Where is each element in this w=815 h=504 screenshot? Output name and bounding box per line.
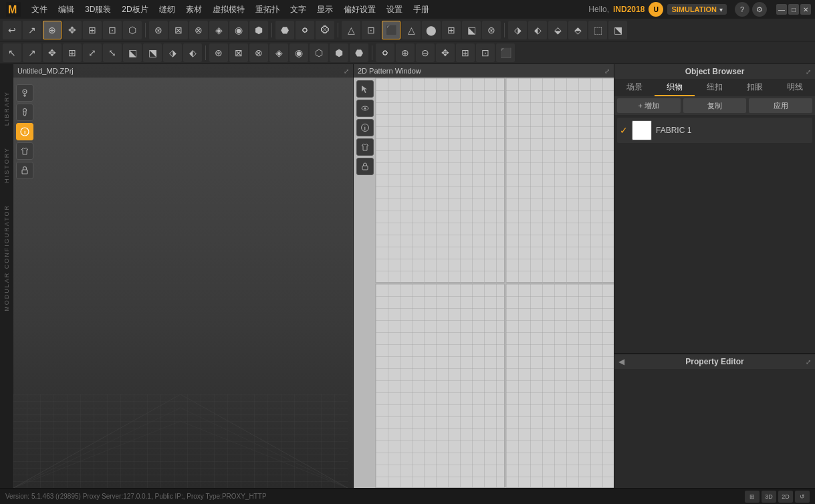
pattern-tool-cursor[interactable] [356,80,374,98]
pattern-cell-br[interactable] [505,283,614,489]
pattern-cell-tl[interactable] [375,78,505,283]
object-browser-expand-icon[interactable]: ⤢ [806,68,811,76]
move-tool[interactable]: ↗ [23,21,41,39]
history-tab[interactable]: HISTORY [3,147,10,183]
tab-scene[interactable]: 场景 [614,79,655,96]
user-avatar[interactable]: U [649,2,663,17]
viewport-garment-btn[interactable] [16,142,33,160]
menu-file[interactable]: 文件 [27,2,52,17]
2d-cut[interactable]: ⬚ [588,21,607,39]
property-editor-arrow-icon[interactable]: ◀ [618,357,624,366]
scale-tool[interactable]: ✥ [63,21,82,39]
t2-zoom-in[interactable]: ⊕ [396,43,415,62]
viewport-lock-btn[interactable] [16,162,33,179]
menu-3d-garment[interactable]: 3D服装 [80,2,116,17]
t2-mark[interactable]: ◈ [269,43,288,62]
help-button[interactable]: ? [735,2,749,17]
duplicate-fabric-button[interactable]: 复制 [683,98,747,113]
tab-fabric[interactable]: 织物 [655,79,695,96]
menu-settings[interactable]: 设置 [382,2,407,17]
t2-grainline[interactable]: ⬢ [330,43,348,62]
modular-configurator-tab[interactable]: MODULAR CONFIGURATOR [3,205,10,311]
fabric-item[interactable]: ✓ FABRIC 1 [617,118,812,143]
tab-button[interactable]: 纽扣 [695,79,735,96]
2d-move[interactable]: ⊡ [362,21,380,39]
fold-tool[interactable]: ⊛ [149,21,168,39]
t2-pan[interactable]: ✥ [436,43,455,62]
transform-tool[interactable]: ⊞ [83,21,102,39]
t2-flip[interactable]: ⬔ [143,43,162,62]
menu-preferences[interactable]: 偏好设置 [339,2,380,17]
t2-backdrop[interactable]: ⬛ [496,43,515,62]
t2-align[interactable]: ⬗ [163,43,182,62]
view-2d-button[interactable]: 2D [778,491,793,503]
viewport-3d-expand-icon[interactable]: ⤢ [344,68,349,75]
viewport-info-btn[interactable]: i [16,123,33,140]
2d-pin[interactable]: ⊛ [482,21,501,39]
shrink-tool[interactable]: ⬢ [249,21,268,39]
2d-seam[interactable]: ⊞ [442,21,461,39]
drape-tool[interactable]: ⬣ [275,21,294,39]
gather-tool[interactable]: ◈ [209,21,228,39]
tuck-tool[interactable]: ⊠ [169,21,188,39]
2d-merge[interactable]: ⬔ [608,21,627,39]
pattern-window-expand-icon[interactable]: ⤢ [604,68,610,75]
minimize-button[interactable]: — [776,4,787,15]
bend-tool[interactable]: ⊡ [103,21,122,39]
viewport-tool-2[interactable] [16,104,33,121]
2d-rotate[interactable]: ⬙ [548,21,567,39]
apply-fabric-button[interactable]: 应用 [749,98,812,113]
menu-material[interactable]: 素材 [181,2,207,17]
settings-button[interactable]: ⚙ [752,2,767,17]
t2-zoom-out[interactable]: ⊖ [416,43,435,62]
menu-edit[interactable]: 编辑 [53,2,79,17]
pattern-cell-bl[interactable] [375,283,505,489]
t2-transform[interactable]: ✥ [43,43,62,62]
library-tab[interactable]: LIBRARY [3,91,10,126]
t2-label[interactable]: ◉ [289,43,308,62]
pattern-tool-lock[interactable] [356,158,374,175]
2d-fold[interactable]: ⬗ [508,21,527,39]
menu-manual[interactable]: 手册 [409,2,434,17]
menu-display[interactable]: 显示 [312,2,338,17]
t2-curve[interactable]: ⤢ [83,43,102,62]
tab-buttonhole[interactable]: 扣眼 [735,79,775,96]
simulation-btn[interactable]: ⭘ [296,21,314,39]
t2-rotate[interactable]: ⤡ [103,43,122,62]
t2-orbit[interactable]: ⊞ [456,43,475,62]
2d-tuck[interactable]: ⬖ [528,21,547,39]
pattern-tool-eye[interactable] [356,100,374,117]
pattern-tool-info[interactable]: i [356,119,374,136]
restore-button[interactable]: □ [788,4,799,15]
t2-mirror[interactable]: ⬕ [123,43,142,62]
rotate-tool[interactable]: ⊕ [43,21,62,39]
viewport-3d[interactable]: Untitled_MD.ZPrj ⤢ i [13,64,354,488]
select-tool[interactable]: ↩ [3,21,21,39]
view-grid-button[interactable]: ⊞ [745,491,760,503]
pleat-tool[interactable]: ⊗ [189,21,208,39]
t2-frame[interactable]: ⊡ [476,43,495,62]
pattern-tool-garment[interactable] [356,138,374,156]
t2-remove-sew[interactable]: ⊗ [249,43,268,62]
2d-pen[interactable]: △ [402,21,421,39]
t2-edit-sew[interactable]: ⊠ [229,43,248,62]
t2-notch[interactable]: ⬡ [310,43,328,62]
menu-retopology[interactable]: 重拓扑 [251,2,284,17]
t2-select[interactable]: ↖ [3,43,21,62]
menu-2d-pattern[interactable]: 2D板片 [117,2,152,17]
t2-zoom-fit[interactable]: ⭘ [376,43,394,62]
2d-curve[interactable]: ⬤ [422,21,441,39]
sim-dropdown-icon[interactable]: ▾ [719,6,723,13]
2d-dart[interactable]: ⬕ [462,21,481,39]
stop-btn[interactable]: ⭙ [316,21,334,39]
close-button[interactable]: ✕ [800,4,811,15]
menu-text[interactable]: 文字 [285,2,311,17]
t2-resize[interactable]: ⊞ [63,43,82,62]
view-3d-button[interactable]: 3D [762,491,776,503]
tab-topstitch[interactable]: 明线 [775,79,815,96]
2d-flip[interactable]: ⬘ [568,21,587,39]
t2-sew[interactable]: ⊛ [209,43,228,62]
pin-tool[interactable]: ⬡ [123,21,142,39]
2d-rect[interactable]: ⬛ [382,21,400,39]
property-editor-expand-icon[interactable]: ⤢ [806,358,811,366]
